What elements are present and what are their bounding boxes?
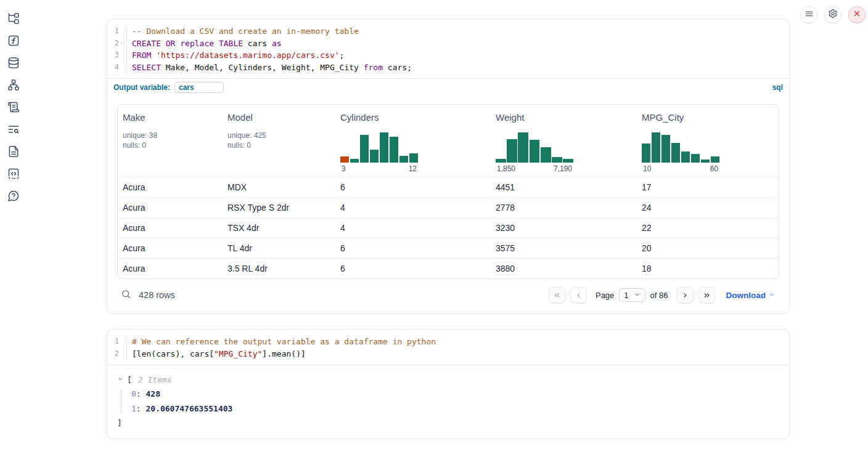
tree-entry-colon: : [136,389,146,398]
helper-sidebar [0,0,27,204]
output-tree-body: 0: 4281: 20.060747663551403 [121,389,779,413]
histogram-bars [496,131,573,163]
code-token: as [272,39,282,48]
variables-panel-button[interactable] [6,34,21,49]
help-panel-button[interactable] [6,190,21,204]
page-select[interactable]: 1 [619,288,645,302]
sql-meta-bar: Output variable: sql [107,78,789,95]
fold-spacer [119,52,125,59]
column-name[interactable]: Make [123,112,145,123]
file-tree-panel-button[interactable] [6,12,21,27]
histogram-bar [563,159,573,163]
histogram-bar [350,159,359,163]
notebook-content: 1-- Download a CSV and create an in-memo… [107,18,790,439]
python-cell: 1# We can reference the output variable … [107,329,790,439]
axis-min-label: 10 [643,164,651,173]
next-page-button[interactable] [677,287,694,303]
notebook-controls [800,6,866,23]
shutdown-button[interactable] [848,6,866,23]
column-stat: nulls: 0 [123,140,223,150]
code-token: 'https://datasets.marimo.app/cars.csv' [156,51,339,60]
table-cell: Acura [118,243,223,253]
settings-button[interactable] [824,6,841,23]
table-row: AcuraTSX 4dr4323022 [118,217,779,238]
column-stats: unique: 425nulls: 0 [227,131,335,150]
logs-panel-button[interactable] [6,123,21,138]
first-page-button[interactable] [549,287,565,303]
menu-button[interactable] [800,6,817,23]
sql-editor[interactable]: 1-- Download a CSV and create an in-memo… [107,19,789,78]
line-gutter: 2 [107,38,127,50]
fold-spacer [119,28,125,35]
code-token: cars [243,39,272,48]
line-gutter: 3 [107,49,127,62]
previous-page-button[interactable] [570,287,587,303]
column-name[interactable]: Weight [496,112,524,123]
axis-min-label: 1,850 [497,164,515,173]
database-icon [7,57,20,71]
network-icon [7,79,20,94]
python-editor[interactable]: 1# We can reference the output variable … [107,330,789,365]
column-stat: nulls: 0 [227,140,335,150]
file-tree-icon [7,12,20,27]
snippets-panel-button[interactable] [6,168,21,182]
page-select-value: 1 [624,291,628,300]
histogram-bar [380,132,388,163]
column-name[interactable]: Cylinders [340,112,379,123]
chevron-down-icon [769,291,776,300]
histogram-bar [661,135,670,163]
column-name[interactable]: Model [227,112,253,123]
text-search-icon [7,123,20,138]
histogram-bars [340,131,418,163]
table-cell: 4 [335,223,491,233]
code-token: from [364,63,383,72]
download-button[interactable]: Download [726,291,776,300]
column-histogram: 312 [340,131,418,173]
table-cell: 18 [637,264,779,273]
axis-max-label: 12 [409,164,417,173]
histogram-bar [496,159,506,163]
line-number: 3 [115,49,119,62]
table-cell: TSX 4dr [223,223,335,233]
last-page-button[interactable] [698,287,715,303]
tree-entry-key: 1 [131,404,136,413]
code-text: FROM 'https://datasets.marimo.app/cars.c… [127,49,344,62]
file-text-icon [7,145,20,160]
dependency-graph-panel-button[interactable] [6,79,21,94]
fold-spacer [119,350,125,357]
documentation-panel-button[interactable] [6,145,21,160]
scratchpad-panel-button[interactable] [6,101,21,116]
histogram-bar [701,160,710,163]
table-cell: 3.5 RL 4dr [223,264,335,273]
datasources-panel-button[interactable] [6,57,21,71]
column-header-mpg_city: MPG_City1060 [637,112,779,173]
fold-spacer [119,338,125,346]
code-token: ].mean()] [262,349,305,358]
fold-toggle-icon[interactable] [119,39,125,47]
table-cell: Acura [118,223,223,233]
table-body: AcuraMDX6445117AcuraRSX Type S 2dr427782… [118,177,779,278]
axis-max-label: 7,190 [554,164,572,173]
histogram-bar [370,150,379,163]
search-icon[interactable] [121,289,131,301]
line-gutter: 1 [107,336,127,348]
code-line: 2CREATE OR replace TABLE cars as [107,38,789,50]
column-header-make: Makeunique: 38nulls: 0 [118,112,223,173]
table-row: AcuraMDX6445117 [118,177,779,197]
tree-collapse-icon[interactable] [117,375,124,384]
code-token: replace [180,39,214,48]
python-output: [ 2 Items 0: 4281: 20.060747663551403 ] [107,365,789,439]
snippets-icon [7,168,20,182]
histogram-bar [518,132,528,163]
tree-entry-key: 0 [131,389,136,398]
code-line: 1-- Download a CSV and create an in-memo… [107,25,789,38]
table-cell: 17 [637,182,779,192]
table-row: Acura3.5 RL 4dr6388018 [118,258,779,278]
table-cell: TL 4dr [223,243,335,253]
table-cell: Acura [118,264,223,273]
table-cell: RSX Type S 2dr [223,203,335,212]
output-variable-input[interactable] [174,82,224,93]
items-count-label: 2 Items [138,375,172,384]
column-name[interactable]: MPG_City [642,112,684,123]
table-cell: 6 [335,243,491,253]
